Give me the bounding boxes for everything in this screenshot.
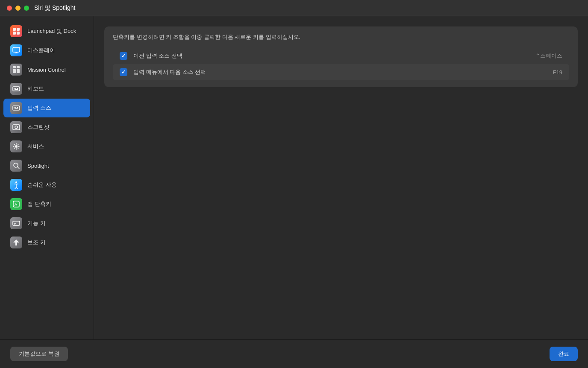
- sidebar-item-appshortcuts[interactable]: A 앱 단축키: [3, 195, 90, 213]
- shortcut-name-prev: 이전 입력 소스 선택: [133, 52, 535, 60]
- svg-rect-17: [14, 107, 15, 108]
- input-icon: [10, 102, 22, 114]
- display-label: 디스플레이: [27, 47, 55, 54]
- appshortcuts-label: 앱 단축키: [27, 200, 51, 208]
- svg-rect-3: [17, 32, 20, 35]
- restore-defaults-button[interactable]: 기본값으로 복원: [10, 347, 68, 361]
- svg-text:fn: fn: [14, 222, 17, 225]
- sidebar-item-services[interactable]: 서비스: [3, 137, 90, 156]
- services-label: 서비스: [27, 143, 44, 150]
- services-icon: [10, 140, 22, 152]
- svg-rect-14: [17, 88, 18, 89]
- traffic-lights: [7, 6, 29, 11]
- instruction-text: 단축키를 변경하려면 키 조합을 이중 클릭한 다음 새로운 키를 입력하십시오…: [113, 33, 569, 41]
- svg-rect-15: [15, 89, 18, 90]
- svg-point-23: [15, 145, 18, 148]
- sidebar-item-screenshot[interactable]: 스크린샷: [3, 118, 90, 137]
- svg-rect-2: [13, 32, 16, 35]
- mission-label: Mission Control: [27, 67, 66, 73]
- launchpad-icon: [10, 25, 22, 37]
- spotlight-label: Spotlight: [27, 163, 49, 169]
- spotlight-icon: [10, 160, 22, 172]
- minimize-button[interactable]: [15, 6, 21, 11]
- fnkeys-label: 기능 키: [27, 219, 46, 227]
- svg-rect-8: [17, 66, 20, 68]
- checkmark-prev: ✓: [121, 53, 126, 59]
- window-title: Siri 및 Spotlight: [34, 4, 75, 12]
- svg-point-22: [15, 126, 18, 129]
- sidebar-item-spotlight[interactable]: Spotlight: [3, 156, 90, 175]
- titlebar: Siri 및 Spotlight: [0, 0, 588, 16]
- sidebar-item-keyboard[interactable]: 키보드: [3, 79, 90, 98]
- modifierkeys-icon: [10, 237, 22, 248]
- launchpad-label: Launchpad 및 Dock: [27, 27, 76, 35]
- shortcut-key-prev: ⌃스페이스: [535, 52, 562, 60]
- bottom-bar: 기본값으로 복원 완료: [0, 339, 588, 368]
- sidebar-item-launchpad[interactable]: Launchpad 및 Dock: [3, 22, 90, 41]
- appshortcuts-icon: A: [10, 198, 22, 210]
- checkbox-prev-input[interactable]: ✓: [120, 52, 127, 60]
- sidebar-item-mission[interactable]: Mission Control: [3, 60, 90, 79]
- svg-rect-18: [15, 107, 16, 108]
- checkmark-next: ✓: [121, 69, 126, 75]
- fnkeys-icon: fn: [10, 217, 22, 229]
- svg-rect-9: [13, 69, 16, 73]
- svg-rect-0: [13, 28, 16, 31]
- svg-rect-16: [13, 106, 20, 110]
- svg-rect-7: [13, 66, 16, 68]
- svg-rect-21: [13, 125, 20, 130]
- main-content: Launchpad 및 Dock 디스플레이 Mission Control 키…: [0, 16, 588, 339]
- svg-rect-13: [15, 88, 16, 89]
- accessibility-icon: [10, 179, 22, 191]
- shortcut-row-next[interactable]: ✓ 입력 메뉴에서 다음 소스 선택 F19: [113, 64, 569, 80]
- close-button[interactable]: [7, 6, 12, 11]
- svg-rect-4: [13, 47, 20, 52]
- svg-rect-19: [17, 107, 18, 108]
- shortcut-name-next: 입력 메뉴에서 다음 소스 선택: [133, 68, 553, 76]
- svg-rect-11: [13, 87, 20, 91]
- svg-rect-10: [17, 69, 20, 73]
- mission-icon: [10, 64, 22, 76]
- svg-rect-1: [17, 28, 20, 31]
- accessibility-label: 손쉬운 사용: [27, 181, 57, 189]
- modifierkeys-label: 보조 키: [27, 239, 46, 246]
- sidebar-item-fnkeys[interactable]: fn 기능 키: [3, 214, 90, 233]
- input-label: 입력 소스: [27, 104, 51, 112]
- shortcut-row-prev[interactable]: ✓ 이전 입력 소스 선택 ⌃스페이스: [113, 48, 569, 64]
- instruction-box: 단축키를 변경하려면 키 조합을 이중 클릭한 다음 새로운 키를 입력하십시오…: [104, 26, 578, 87]
- screenshot-label: 스크린샷: [27, 123, 50, 131]
- sidebar-item-display[interactable]: 디스플레이: [3, 41, 90, 60]
- maximize-button[interactable]: [24, 6, 29, 11]
- svg-rect-20: [15, 108, 18, 109]
- sidebar: Launchpad 및 Dock 디스플레이 Mission Control 키…: [0, 16, 94, 339]
- content-area: 단축키를 변경하려면 키 조합을 이중 클릭한 다음 새로운 키를 입력하십시오…: [94, 16, 588, 339]
- window: Siri 및 Spotlight Launchpad 및 Dock 디스플레이 …: [0, 0, 588, 368]
- sidebar-item-modifierkeys[interactable]: 보조 키: [3, 233, 90, 252]
- svg-rect-12: [14, 88, 15, 89]
- svg-line-25: [18, 167, 19, 169]
- svg-point-26: [15, 181, 17, 183]
- screenshot-icon: [10, 121, 22, 133]
- done-button[interactable]: 완료: [550, 347, 578, 361]
- svg-text:A: A: [15, 202, 17, 207]
- checkbox-next-input[interactable]: ✓: [120, 68, 127, 76]
- keyboard-icon: [10, 83, 22, 95]
- sidebar-item-input[interactable]: 입력 소스: [3, 99, 90, 117]
- sidebar-item-accessibility[interactable]: 손쉬운 사용: [3, 175, 90, 194]
- shortcut-key-next: F19: [553, 69, 562, 76]
- display-icon: [10, 44, 22, 56]
- keyboard-label: 키보드: [27, 85, 44, 93]
